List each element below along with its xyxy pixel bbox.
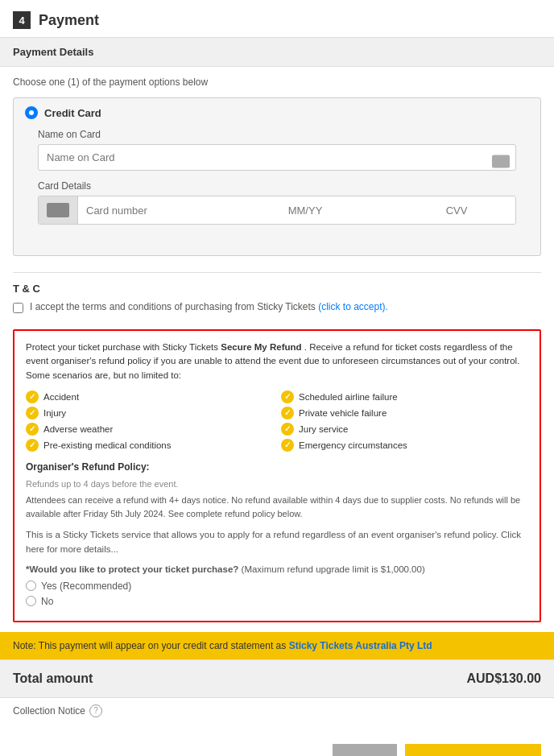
refund-no-row[interactable]: No — [26, 596, 528, 607]
card-form: Name on Card Card Details — [25, 119, 529, 247]
card-icon-box — [39, 196, 78, 224]
name-on-card-input[interactable] — [38, 144, 516, 171]
check-circle-2: ✓ — [26, 407, 39, 419]
name-label: Name on Card — [38, 129, 516, 140]
check-circle-5: ✓ — [281, 423, 294, 436]
refund-box: Protect your ticket purchase with Sticky… — [13, 329, 541, 622]
card-details-label: Card Details — [38, 180, 516, 192]
tc-section: T & C I accept the terms and conditions … — [0, 273, 554, 323]
page-title: Payment — [39, 12, 99, 29]
check-circle-7: ✓ — [281, 439, 294, 452]
check-item-5: ✓ Jury service — [281, 423, 528, 436]
card-expiry-input[interactable] — [229, 196, 381, 224]
page-wrapper: 4 Payment Payment Details Choose one (1)… — [0, 0, 554, 756]
total-section: Total amount AUD$130.00 — [0, 659, 554, 698]
tc-title: T & C — [13, 283, 541, 295]
check-item-3: ✓ Private vehicle failure — [281, 407, 528, 419]
refund-bold: Secure My Refund — [221, 342, 301, 352]
check-circle-3: ✓ — [281, 407, 294, 419]
check-item-0: ✓ Accident — [26, 390, 273, 403]
check-circle-0: ✓ — [26, 390, 39, 403]
card-cvv-input[interactable] — [381, 196, 516, 224]
radio-selected-circle — [25, 106, 38, 119]
note-banner: Note: This payment will appear on your c… — [0, 632, 554, 659]
total-label: Total amount — [13, 671, 93, 686]
step-badge: 4 — [13, 11, 31, 29]
refund-policy-title: Organiser's Refund Policy: — [26, 461, 528, 473]
card-number-input[interactable] — [78, 196, 229, 224]
credit-card-label[interactable]: Credit Card — [25, 106, 529, 119]
refund-intro: Protect your ticket purchase with Sticky… — [26, 341, 528, 382]
confirm-payment-button[interactable]: CONFIRM PAYMENT — [405, 744, 541, 756]
credit-card-option[interactable]: Credit Card Name on Card Card Details — [13, 97, 541, 256]
check-circle-4: ✓ — [26, 423, 39, 436]
note-banner-bold: Sticky Tickets Australia Pty Ltd — [289, 640, 432, 651]
radio-inner — [29, 110, 34, 115]
collection-notice[interactable]: Collection Notice ? — [0, 698, 554, 724]
credit-card-text: Credit Card — [44, 107, 101, 119]
check-item-7: ✓ Emergency circumstances — [281, 439, 528, 452]
check-item-6: ✓ Pre-existing medical conditions — [26, 439, 273, 452]
card-details-row — [38, 196, 516, 225]
card-small-icon — [492, 155, 510, 167]
refund-radio-no[interactable] — [26, 596, 36, 606]
check-circle-1: ✓ — [281, 390, 294, 403]
footer-buttons: BACK CONFIRM PAYMENT — [0, 731, 554, 756]
refund-more-text: This is a Sticky Tickets service that al… — [26, 528, 528, 556]
section-payment-details: Payment Details — [0, 37, 554, 67]
check-item-4: ✓ Adverse weather — [26, 423, 273, 436]
card-brand-icon — [47, 203, 69, 217]
page-header: 4 Payment — [0, 0, 554, 37]
back-button[interactable]: BACK — [333, 744, 397, 756]
refund-yes-row[interactable]: Yes (Recommended) — [26, 580, 528, 592]
check-item-2: ✓ Injury — [26, 407, 273, 419]
tc-click-link[interactable]: (click to accept). — [318, 301, 388, 312]
tc-checkbox-row: I accept the terms and conditions of pur… — [13, 301, 541, 313]
refund-policy-body: Attendees can receive a refund with 4+ d… — [26, 494, 528, 520]
name-input-wrapper — [38, 144, 516, 180]
section-body: Choose one (1) of the payment options be… — [0, 67, 554, 272]
tc-checkbox[interactable] — [13, 303, 23, 313]
refund-checklist: ✓ Accident ✓ Scheduled airline failure ✓… — [26, 390, 528, 452]
refund-policy-gray: Refunds up to 4 days before the event. — [26, 477, 528, 491]
total-amount: AUD$130.00 — [467, 671, 542, 686]
info-icon[interactable]: ? — [89, 704, 102, 717]
refund-question: *Would you like to protect your ticket p… — [26, 564, 528, 574]
payment-instruction: Choose one (1) of the payment options be… — [13, 76, 541, 88]
refund-radio-yes[interactable] — [26, 580, 36, 591]
check-item-1: ✓ Scheduled airline failure — [281, 390, 528, 403]
check-circle-6: ✓ — [26, 439, 39, 452]
tc-label-text: I accept the terms and conditions of pur… — [30, 301, 388, 312]
